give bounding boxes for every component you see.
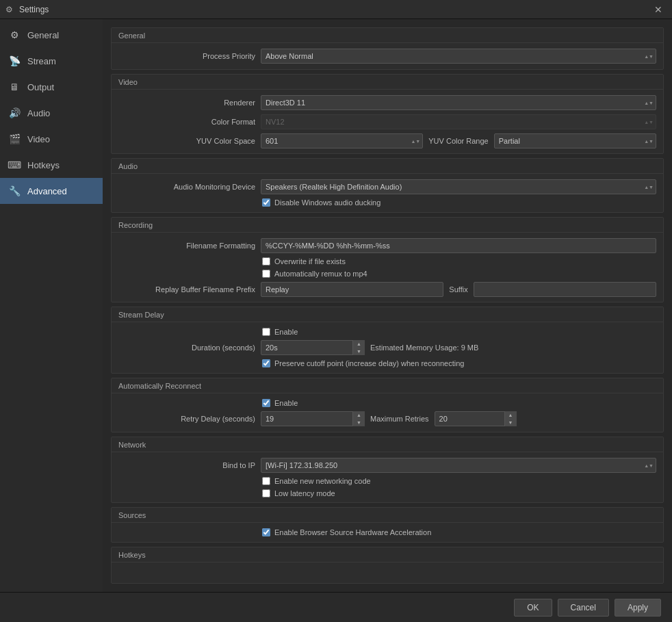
section-auto-reconnect: Automatically Reconnect Enable Retry Del…	[111, 378, 664, 432]
sidebar-label-hotkeys: Hotkeys	[27, 160, 60, 170]
retry-delay-label: Retry Delay (seconds)	[118, 415, 255, 423]
advanced-icon: 🔧	[8, 185, 21, 197]
duration-input[interactable]	[261, 340, 365, 355]
section-stream-delay: Stream Delay Enable Duration (seconds) ▲…	[111, 307, 664, 374]
reconnect-enable-label: Enable	[274, 399, 298, 407]
duration-label: Duration (seconds)	[118, 344, 255, 352]
sidebar-item-output[interactable]: 🖥 Output	[0, 74, 103, 100]
section-title-recording: Recording	[112, 218, 663, 233]
general-icon: ⚙	[8, 29, 21, 41]
sidebar-item-video[interactable]: 🎬 Video	[0, 126, 103, 152]
stream-delay-enable-checkbox[interactable]	[262, 328, 270, 336]
filename-row: Filename Formatting	[118, 238, 656, 253]
retry-row: Retry Delay (seconds) ▲ ▼ Maximum Retrie…	[118, 411, 656, 426]
section-sources: Sources Enable Browser Source Hardware A…	[111, 507, 664, 543]
yuv-color-space-select[interactable]: 601	[261, 133, 423, 148]
retry-delay-input[interactable]	[261, 411, 365, 426]
sidebar-item-advanced[interactable]: 🔧 Advanced	[0, 178, 103, 204]
max-retries-down-btn[interactable]: ▼	[505, 419, 517, 426]
bind-ip-row: Bind to IP [Wi-Fi] 172.31.98.250	[118, 458, 656, 473]
section-title-auto-reconnect: Automatically Reconnect	[112, 378, 663, 393]
renderer-select[interactable]: Direct3D 11	[261, 95, 656, 110]
section-title-video: Video	[112, 75, 663, 90]
section-body-sources: Enable Browser Source Hardware Accelerat…	[112, 523, 663, 542]
yuv-left: 601 YUV Color Range Partial	[261, 133, 656, 148]
section-body-auto-reconnect: Enable Retry Delay (seconds) ▲ ▼ Maximum…	[112, 393, 663, 432]
color-format-wrapper: NV12	[261, 114, 656, 129]
yuv-range-wrapper: Partial	[494, 133, 656, 148]
cancel-button[interactable]: Cancel	[558, 599, 609, 617]
apply-button[interactable]: Apply	[615, 599, 661, 617]
section-title-stream-delay: Stream Delay	[112, 307, 663, 322]
process-priority-wrapper: Above Normal	[261, 49, 656, 64]
settings-icon: ⚙	[5, 5, 15, 14]
process-priority-row: Process Priority Above Normal	[118, 49, 656, 64]
low-latency-label: Low latency mode	[274, 489, 335, 497]
yuv-color-space-label: YUV Color Space	[118, 137, 255, 145]
yuv-space-wrapper: 601	[261, 133, 423, 148]
section-body-hotkeys	[112, 562, 663, 583]
retry-down-btn[interactable]: ▼	[353, 419, 365, 426]
max-retries-spinner: ▲ ▼	[435, 411, 517, 426]
browser-hw-checkbox[interactable]	[262, 528, 270, 536]
section-body-network: Bind to IP [Wi-Fi] 172.31.98.250 Enable …	[112, 452, 663, 503]
overwrite-checkbox[interactable]	[262, 257, 270, 265]
max-retries-spinner-btns: ▲ ▼	[504, 411, 517, 426]
renderer-row: Renderer Direct3D 11	[118, 95, 656, 110]
filename-input[interactable]	[261, 238, 656, 253]
duration-fields: ▲ ▼ Estimated Memory Usage: 9 MB	[261, 340, 656, 355]
browser-hw-row: Enable Browser Source Hardware Accelerat…	[118, 528, 656, 536]
sidebar-label-stream: Stream	[27, 56, 56, 66]
bind-ip-select[interactable]: [Wi-Fi] 172.31.98.250	[261, 458, 656, 473]
replay-row: Replay Buffer Filename Prefix Suffix	[118, 282, 656, 297]
sidebar-label-output: Output	[27, 82, 54, 92]
retry-spinner: ▲ ▼	[261, 411, 365, 426]
retry-up-btn[interactable]: ▲	[353, 411, 365, 419]
duration-down-btn[interactable]: ▼	[353, 348, 365, 355]
section-body-stream-delay: Enable Duration (seconds) ▲ ▼ Estimated …	[112, 322, 663, 373]
max-retries-up-btn[interactable]: ▲	[505, 411, 517, 419]
stream-delay-enable-label: Enable	[274, 328, 298, 336]
section-audio: Audio Audio Monitoring Device Speakers (…	[111, 158, 664, 213]
preserve-checkbox[interactable]	[262, 359, 270, 367]
reconnect-enable-row: Enable	[118, 399, 656, 407]
bind-ip-wrapper: [Wi-Fi] 172.31.98.250	[261, 458, 656, 473]
color-format-row: Color Format NV12	[118, 114, 656, 129]
section-hotkeys: Hotkeys	[111, 547, 664, 584]
titlebar: ⚙ Settings ✕	[0, 0, 672, 19]
section-video: Video Renderer Direct3D 11 Color Format …	[111, 74, 664, 155]
renderer-label: Renderer	[118, 99, 255, 107]
sidebar-item-audio[interactable]: 🔊 Audio	[0, 100, 103, 126]
monitoring-device-row: Audio Monitoring Device Speakers (Realte…	[118, 179, 656, 194]
low-latency-checkbox[interactable]	[262, 489, 270, 497]
replay-prefix-label: Replay Buffer Filename Prefix	[118, 285, 255, 294]
output-icon: 🖥	[8, 81, 21, 93]
sidebar-item-general[interactable]: ⚙ General	[0, 22, 103, 48]
disable-ducking-checkbox[interactable]	[262, 198, 270, 207]
replay-prefix-input[interactable]	[261, 282, 443, 297]
section-body-video: Renderer Direct3D 11 Color Format NV12	[112, 90, 663, 154]
reconnect-enable-checkbox[interactable]	[262, 399, 270, 407]
new-networking-checkbox[interactable]	[262, 477, 270, 485]
suffix-input[interactable]	[474, 282, 656, 297]
ok-button[interactable]: OK	[514, 599, 552, 617]
sidebar-item-stream[interactable]: 📡 Stream	[0, 48, 103, 74]
sidebar: ⚙ General 📡 Stream 🖥 Output 🔊 Audio 🎬 Vi…	[0, 19, 103, 592]
bind-ip-label: Bind to IP	[118, 461, 255, 469]
new-networking-row: Enable new networking code	[118, 477, 656, 485]
remux-checkbox[interactable]	[262, 270, 270, 278]
section-body-recording: Filename Formatting Overwrite if file ex…	[112, 233, 663, 302]
monitoring-device-select[interactable]: Speakers (Realtek High Definition Audio)	[261, 179, 656, 194]
close-button[interactable]: ✕	[650, 3, 667, 16]
section-title-network: Network	[112, 437, 663, 452]
stream-icon: 📡	[8, 55, 21, 67]
yuv-color-range-select[interactable]: Partial	[494, 133, 656, 148]
process-priority-select[interactable]: Above Normal	[261, 49, 656, 64]
disable-ducking-row: Disable Windows audio ducking	[118, 198, 656, 207]
audio-icon: 🔊	[8, 107, 21, 119]
sidebar-item-hotkeys[interactable]: ⌨ Hotkeys	[0, 152, 103, 178]
color-format-select[interactable]: NV12	[261, 114, 656, 129]
duration-up-btn[interactable]: ▲	[353, 340, 365, 348]
sidebar-label-audio: Audio	[27, 108, 50, 118]
suffix-label: Suffix	[449, 285, 467, 294]
